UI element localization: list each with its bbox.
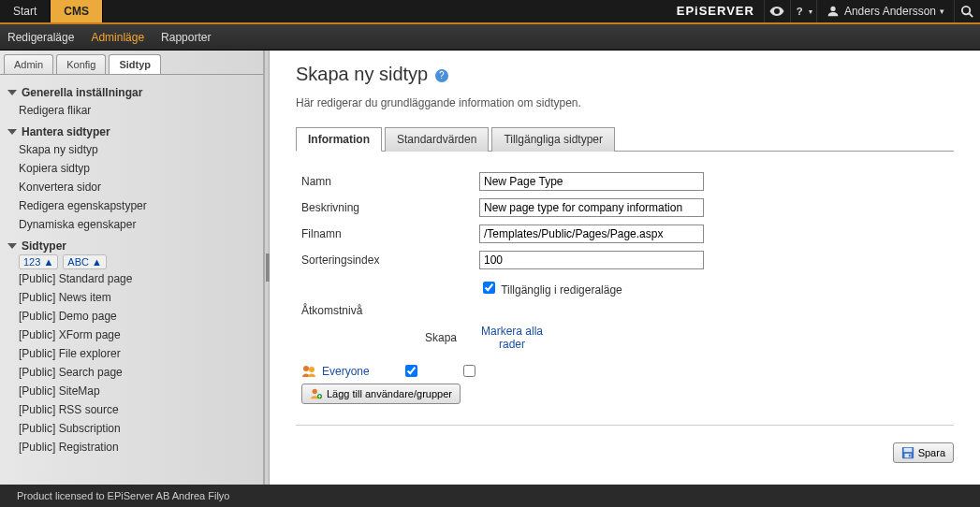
- checkbox-everyone-extra[interactable]: [463, 365, 475, 377]
- user-menu[interactable]: Anders Andersson ▾: [816, 0, 954, 22]
- page-description: Här redigerar du grundläggande informati…: [296, 96, 954, 109]
- sort-123[interactable]: 123 ▲: [19, 254, 58, 269]
- preview-icon[interactable]: [764, 0, 790, 22]
- section-types[interactable]: Sidtyper: [7, 239, 254, 253]
- sidebar-tab-admin[interactable]: Admin: [4, 54, 53, 74]
- help-badge-icon[interactable]: ?: [435, 69, 448, 82]
- sidebar-item[interactable]: [Public] Subscription: [9, 419, 254, 438]
- label-available-editmode: Tillgänglig i redigeraläge: [501, 283, 622, 297]
- svg-point-5: [313, 389, 317, 394]
- help-icon[interactable]: ? ▾: [790, 0, 816, 22]
- caret-down-icon: ▾: [940, 7, 944, 16]
- sidebar-item[interactable]: Skapa ny sidtyp: [9, 140, 254, 159]
- global-topbar: Start CMS EPiSERVER ? ▾ Anders Andersson…: [0, 0, 980, 24]
- svg-point-4: [309, 367, 314, 372]
- user-name: Anders Andersson: [844, 5, 936, 18]
- label-filename: Filnamn: [296, 221, 474, 247]
- main-panel: Skapa ny sidtyp ? Här redigerar du grund…: [270, 51, 980, 485]
- tab-information[interactable]: Information: [296, 127, 382, 152]
- sidebar-item[interactable]: [Public] Search page: [9, 363, 254, 382]
- label-name: Namn: [296, 168, 474, 195]
- save-icon: [901, 446, 914, 459]
- section-manage[interactable]: Hantera sidtyper: [7, 125, 254, 138]
- tab-defaults[interactable]: Standardvärden: [385, 127, 489, 152]
- sidebar-item[interactable]: Konvertera sidor: [9, 178, 254, 196]
- group-icon: [301, 364, 316, 379]
- sidebar-item[interactable]: Redigera egenskapstyper: [9, 196, 254, 215]
- sidebar-item[interactable]: Dynamiska egenskaper: [9, 215, 254, 234]
- tab-cms[interactable]: CMS: [50, 0, 103, 22]
- page-title: Skapa ny sidtyp ?: [296, 64, 954, 85]
- brand-logo: EPiSERVER: [667, 0, 764, 22]
- link-mark-all-rows[interactable]: Markera alla rader: [479, 325, 545, 351]
- section-general[interactable]: Generella inställningar: [7, 86, 254, 99]
- sidebar-item[interactable]: Redigera flikar: [9, 101, 254, 120]
- sidebar-item[interactable]: [Public] SiteMap: [9, 382, 254, 400]
- sort-controls: 123 ▲ ABC ▲: [19, 256, 254, 268]
- search-icon[interactable]: [954, 0, 980, 22]
- mode-subnav: Redigeraläge Adminläge Rapporter: [0, 24, 980, 51]
- tab-start[interactable]: Start: [0, 0, 50, 22]
- checkbox-available-editmode[interactable]: [483, 282, 495, 294]
- sidebar-item[interactable]: [Public] RSS source: [9, 400, 254, 419]
- svg-line-2: [969, 13, 973, 17]
- nav-reports[interactable]: Rapporter: [161, 31, 211, 44]
- tab-available[interactable]: Tillgängliga sidtyper: [491, 127, 615, 152]
- save-button[interactable]: Spara: [893, 442, 954, 463]
- svg-rect-10: [909, 455, 911, 457]
- sidebar-item[interactable]: [Public] Registration: [9, 438, 254, 456]
- svg-text:?: ?: [797, 6, 803, 17]
- sidebar: Admin Konfig Sidtyp Generella inställnin…: [0, 51, 264, 485]
- label-description: Beskrivning: [296, 195, 474, 221]
- add-group-icon: [310, 387, 323, 400]
- svg-point-1: [962, 6, 970, 13]
- label-sortindex: Sorteringsindex: [296, 247, 474, 273]
- license-footer: Product licensed to EPiServer AB Andrea …: [0, 485, 980, 507]
- sort-abc[interactable]: ABC ▲: [63, 254, 107, 269]
- sidebar-tab-konfig[interactable]: Konfig: [56, 54, 106, 74]
- input-filename[interactable]: [479, 225, 704, 243]
- input-description[interactable]: [479, 198, 704, 217]
- input-name[interactable]: [479, 172, 704, 191]
- nav-admin-mode[interactable]: Adminläge: [91, 31, 144, 44]
- add-users-groups-button[interactable]: Lägg till användare/grupper: [301, 384, 461, 404]
- sidebar-item[interactable]: [Public] Standard page: [9, 269, 254, 288]
- checkbox-everyone-create[interactable]: [405, 365, 417, 377]
- nav-edit-mode[interactable]: Redigeraläge: [7, 31, 74, 44]
- sidebar-item[interactable]: [Public] XForm page: [9, 326, 254, 344]
- svg-rect-8: [903, 448, 912, 452]
- col-create: Skapa: [296, 321, 474, 355]
- label-access-level: Åtkomstnivå: [296, 300, 474, 321]
- sidebar-item[interactable]: [Public] File explorer: [9, 344, 254, 363]
- svg-point-3: [303, 366, 309, 371]
- access-everyone[interactable]: Everyone: [322, 365, 370, 378]
- sidebar-tab-sidtyp[interactable]: Sidtyp: [109, 54, 161, 74]
- sidebar-item[interactable]: [Public] News item: [9, 288, 254, 307]
- input-sortindex[interactable]: [479, 251, 704, 269]
- sidebar-item[interactable]: [Public] Demo page: [9, 307, 254, 326]
- sidebar-item[interactable]: Kopiera sidtyp: [9, 159, 254, 178]
